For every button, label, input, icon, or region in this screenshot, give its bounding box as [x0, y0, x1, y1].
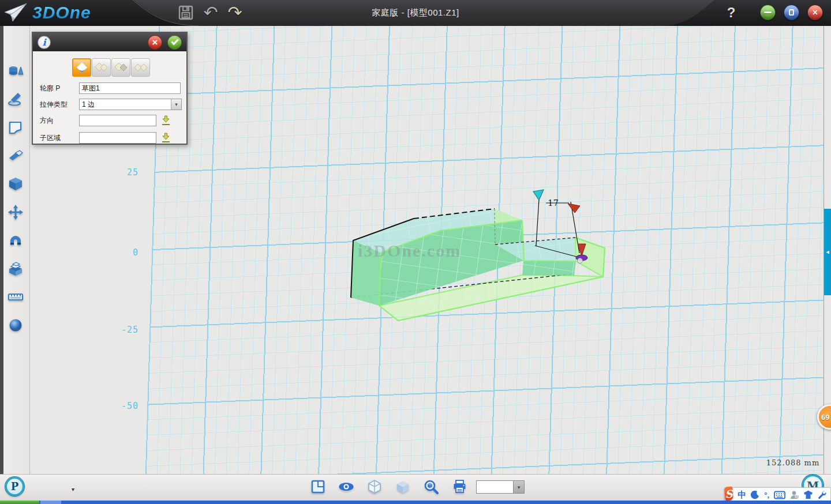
diamond-symmetric-icon: [114, 62, 128, 73]
viewport-layout-button[interactable]: [310, 479, 326, 495]
ime-skin-icon[interactable]: [803, 490, 813, 499]
taskbar-app-segment[interactable]: [40, 501, 61, 504]
shaded-cube-icon: [395, 479, 410, 494]
profile-badge-dropdown-icon[interactable]: ▾: [72, 486, 74, 492]
ime-logo[interactable]: S: [724, 487, 733, 501]
combine-assembly-icon[interactable]: [7, 260, 24, 277]
maximize-icon: [789, 9, 794, 16]
flyout-arrow-icon: ◄: [825, 249, 830, 255]
primitive-solids-icon[interactable]: [7, 62, 24, 80]
ime-keyboard-icon[interactable]: [774, 491, 785, 499]
eye-icon: [338, 481, 354, 492]
minimize-icon: [764, 12, 772, 13]
dialog-confirm-button[interactable]: [167, 35, 182, 50]
extrude-type-select[interactable]: 1 边 ▾: [79, 99, 182, 110]
taskbar-start-segment[interactable]: [0, 501, 39, 504]
ime-moon-icon[interactable]: [751, 491, 759, 499]
profile-badge-letter: P: [11, 480, 19, 492]
trim-edit-icon[interactable]: [7, 147, 24, 164]
ime-user-icon[interactable]: [790, 490, 799, 499]
ime-settings-wrench-icon[interactable]: [818, 490, 827, 499]
extrude-type-options: [72, 58, 150, 77]
extrude-symmetric-button[interactable]: [111, 58, 130, 77]
scale-readout: 152.088 mm: [758, 458, 823, 467]
direction-label: 方向: [40, 116, 79, 126]
panel-flyout-tab[interactable]: ◄: [824, 209, 831, 295]
printer-icon: [452, 479, 467, 494]
subregion-input[interactable]: [79, 132, 156, 144]
extrude-two-sides-button[interactable]: [92, 58, 111, 77]
measure-icon[interactable]: [7, 288, 24, 306]
combo-dropdown-icon: ▾: [513, 481, 524, 493]
diamond-total-icon: [134, 62, 148, 73]
extruded-solid[interactable]: [351, 209, 605, 321]
print-button[interactable]: [451, 479, 467, 495]
os-taskbar-edge[interactable]: [0, 501, 831, 504]
save-button[interactable]: [176, 3, 196, 22]
select-dropdown-icon[interactable]: ▾: [171, 99, 181, 110]
pick-arrow-icon: [161, 133, 171, 143]
constraint-magnet-icon[interactable]: [7, 232, 24, 249]
visibility-button[interactable]: [338, 479, 354, 495]
help-button[interactable]: ?: [723, 3, 740, 22]
wireframe-view-button[interactable]: [366, 479, 383, 495]
subregion-picker-button[interactable]: [160, 132, 171, 144]
minimize-button[interactable]: [760, 5, 776, 20]
cancel-icon: ×: [152, 37, 158, 48]
diamond-two-icon: [95, 62, 108, 73]
dimension-flag-handle[interactable]: [568, 204, 580, 213]
info-button[interactable]: i: [38, 36, 51, 49]
sketch-icon[interactable]: [7, 91, 24, 108]
close-button[interactable]: ×: [807, 5, 823, 20]
extrude-drag-handle[interactable]: [533, 190, 544, 200]
extrude-total-button[interactable]: [131, 58, 150, 77]
move-transform-icon[interactable]: [7, 204, 24, 221]
view-preset-combobox[interactable]: ▾: [476, 480, 525, 494]
pick-arrow-icon: [161, 115, 171, 126]
zoom-magnifier-icon: [424, 479, 439, 495]
maximize-button[interactable]: [784, 5, 799, 20]
app-logo: 3DOne: [3, 2, 91, 24]
info-icon: i: [42, 37, 46, 48]
undo-icon: ↶: [203, 4, 218, 21]
dimension-value: 17: [548, 198, 559, 208]
extrude-one-side-button[interactable]: [72, 58, 91, 77]
subregion-label: 子区域: [40, 133, 79, 143]
redo-button[interactable]: ↷: [225, 3, 245, 22]
material-render-icon[interactable]: [7, 317, 24, 334]
brand-text: 3DOne: [32, 3, 91, 22]
diamond-one-icon: [76, 61, 88, 74]
feature-modeling-icon[interactable]: [7, 175, 24, 193]
titlebar-swoosh: [0, 0, 831, 26]
undo-button[interactable]: ↶: [201, 3, 220, 22]
dialog-cancel-button[interactable]: ×: [148, 35, 162, 50]
shaded-view-button[interactable]: [395, 479, 411, 495]
extrude-dialog: i × 轮: [32, 32, 188, 145]
view-preset-value: [477, 481, 513, 493]
extrude-type-value: 1 边: [80, 100, 171, 110]
watermark: i3DOne.com: [358, 241, 461, 260]
profile-badge[interactable]: P: [5, 477, 24, 496]
sketch-plane-icon[interactable]: [7, 119, 24, 136]
view-toolbar: P ▾: [0, 474, 831, 501]
notification-count: 69: [821, 413, 829, 422]
close-icon: ×: [813, 7, 818, 18]
direction-input[interactable]: [79, 115, 156, 126]
left-toolbar: [0, 26, 30, 474]
viewport-layout-icon: [310, 479, 325, 494]
paper-plane-icon: [3, 2, 29, 24]
extrude-type-label: 拉伸类型: [40, 100, 79, 110]
wireframe-cube-icon: [367, 479, 382, 494]
profile-label: 轮廓 P: [40, 84, 79, 93]
zoom-view-button[interactable]: [423, 479, 439, 495]
ime-punctuation-toggle[interactable]: °,: [764, 491, 769, 499]
confirm-check-icon: [171, 37, 178, 45]
extrude-dialog-header: i ×: [33, 33, 186, 51]
ime-language-toggle[interactable]: 中: [738, 490, 746, 501]
profile-input[interactable]: [79, 82, 181, 94]
titlebar: 3DOne ↶ ↷ 家庭版 - [模型001.Z1] ? ×: [0, 0, 831, 26]
redo-icon: ↷: [227, 4, 242, 21]
direction-picker-button[interactable]: [160, 115, 171, 126]
